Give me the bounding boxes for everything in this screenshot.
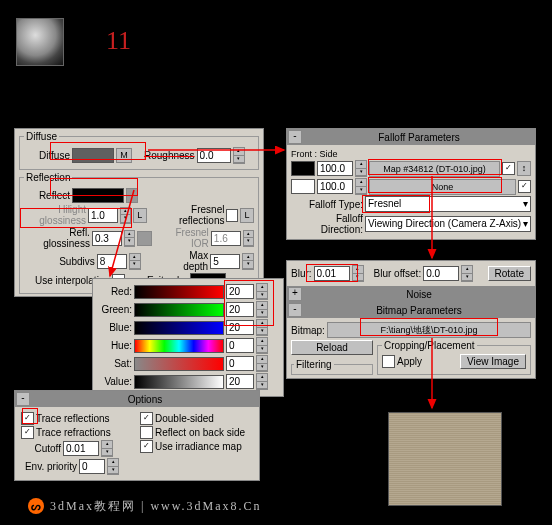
green-spin[interactable]: ▴▾	[256, 301, 268, 318]
blur-spin[interactable]: ▴▾	[352, 265, 364, 282]
noise-expand-button[interactable]: +	[288, 287, 302, 301]
sat-spin[interactable]: ▴▾	[256, 355, 268, 372]
value-input[interactable]	[226, 374, 254, 389]
hilight-gloss-spinner[interactable]: ▴▾	[120, 207, 131, 224]
fresnel-lock-button[interactable]: L	[240, 208, 254, 223]
trace-refr-checkbox[interactable]: ✓	[21, 426, 34, 439]
use-irradiance-label: Use irradiance map	[155, 441, 242, 452]
blue-slider[interactable]	[134, 321, 224, 335]
fresnel-refl-checkbox[interactable]	[226, 209, 237, 222]
bitmap-title: Bitmap Parameters	[304, 305, 534, 316]
slot2-spin[interactable]: ▴▾	[355, 178, 367, 195]
green-slider[interactable]	[134, 303, 224, 317]
value-spin[interactable]: ▴▾	[256, 373, 268, 390]
env-priority-spin[interactable]: ▴▾	[107, 458, 119, 475]
max-depth-spinner[interactable]: ▴▾	[242, 253, 254, 270]
rotate-button[interactable]: Rotate	[488, 266, 531, 281]
reflection-fieldset: Reflection Reflect Hilight glossiness ▴▾…	[19, 172, 259, 294]
env-priority-input[interactable]	[79, 459, 105, 474]
cutoff-spin[interactable]: ▴▾	[101, 440, 113, 457]
slot2-map-check[interactable]: ✓	[518, 180, 531, 193]
max-depth-input[interactable]	[210, 254, 240, 269]
use-irradiance-checkbox[interactable]: ✓	[140, 440, 153, 453]
swap-button[interactable]: ↕	[517, 161, 531, 176]
site-logo-icon: ᔕ	[28, 498, 44, 514]
sat-input[interactable]	[226, 356, 254, 371]
slot2-color[interactable]	[291, 179, 315, 194]
fresnel-refl-label: Fresnel reflections	[154, 204, 224, 226]
slot1-spin[interactable]: ▴▾	[355, 160, 367, 177]
diffuse-color-swatch[interactable]	[72, 148, 114, 163]
blur-offset-input[interactable]	[423, 266, 459, 281]
hue-input[interactable]	[226, 338, 254, 353]
color-picker-panel: Red:▴▾ Green:▴▾ Blue:▴▾ Hue:▴▾ Sat:▴▾ Va…	[92, 278, 284, 397]
red-input[interactable]	[226, 284, 254, 299]
options-header[interactable]: -Options	[15, 391, 259, 407]
hilight-gloss-input[interactable]	[88, 208, 118, 223]
diffuse-fieldset: Diffuse Diffuse M Roughness ▴▾	[19, 131, 259, 170]
reflection-legend: Reflection	[24, 172, 72, 183]
hilight-gloss-label: Hilight glossiness	[24, 204, 86, 226]
refl-gloss-input[interactable]	[92, 231, 122, 246]
refl-gloss-label: Refl. glossiness	[24, 227, 90, 249]
slot2-map-button[interactable]: None	[369, 179, 516, 195]
front-side-label: Front : Side	[291, 149, 338, 159]
apply-checkbox[interactable]	[382, 355, 395, 368]
trace-refl-checkbox[interactable]: ✓	[21, 412, 34, 425]
fresnel-ior-spinner: ▴▾	[243, 230, 254, 247]
options-collapse-button[interactable]: -	[16, 392, 30, 406]
refl-gloss-side-button[interactable]	[137, 231, 152, 246]
trace-refr-label: Trace refractions	[36, 427, 111, 438]
diffuse-label: Diffuse	[24, 150, 70, 161]
falloff-title: Falloff Parameters	[304, 132, 534, 143]
slot1-map-button[interactable]: Map #34812 (DT-010.jpg)	[369, 161, 500, 177]
noise-header[interactable]: +Noise	[287, 286, 535, 302]
view-image-button[interactable]: View Image	[460, 354, 526, 369]
bitmap-path-button[interactable]: F:\tiang\地毯\DT-010.jpg	[327, 322, 531, 338]
reflect-back-label: Reflect on back side	[155, 427, 245, 438]
falloff-collapse-button[interactable]: -	[288, 130, 302, 144]
slot1-amount[interactable]	[317, 161, 353, 176]
falloff-type-select[interactable]: Fresnel▾	[365, 196, 531, 212]
blue-input[interactable]	[226, 320, 254, 335]
green-input[interactable]	[226, 302, 254, 317]
blue-spin[interactable]: ▴▾	[256, 319, 268, 336]
blur-offset-spin[interactable]: ▴▾	[461, 265, 473, 282]
hilight-lock-button[interactable]: L	[133, 208, 147, 223]
slot2-amount[interactable]	[317, 179, 353, 194]
cutoff-label: Cutoff	[21, 443, 61, 454]
step-number: 11	[106, 26, 131, 56]
roughness-spinner[interactable]: ▴▾	[233, 147, 245, 164]
cutoff-input[interactable]	[63, 441, 99, 456]
reflect-back-checkbox[interactable]	[140, 426, 153, 439]
reload-button[interactable]: Reload	[291, 340, 373, 355]
slot1-map-check[interactable]: ✓	[502, 162, 515, 175]
double-sided-checkbox[interactable]: ✓	[140, 412, 153, 425]
falloff-panel: -Falloff Parameters Front : Side ▴▾ Map …	[286, 128, 536, 240]
diffuse-legend: Diffuse	[24, 131, 59, 142]
filtering-legend: Filtering	[294, 359, 334, 370]
hue-slider[interactable]	[134, 339, 224, 353]
hue-spin[interactable]: ▴▾	[256, 337, 268, 354]
subdivs-input[interactable]	[97, 254, 127, 269]
falloff-header[interactable]: -Falloff Parameters	[287, 129, 535, 145]
value-slider[interactable]	[134, 375, 224, 389]
reflect-label: Reflect	[24, 190, 70, 201]
diffuse-map-button[interactable]: M	[116, 148, 132, 163]
red-spin[interactable]: ▴▾	[256, 283, 268, 300]
blur-input[interactable]	[314, 266, 350, 281]
sat-slider[interactable]	[134, 357, 224, 371]
falloff-dir-select[interactable]: Viewing Direction (Camera Z-Axis)▾	[365, 216, 531, 232]
bitmap-header[interactable]: -Bitmap Parameters	[287, 302, 535, 318]
roughness-input[interactable]	[197, 148, 231, 163]
subdivs-spinner[interactable]: ▴▾	[129, 253, 141, 270]
bitmap-collapse-button[interactable]: -	[288, 303, 302, 317]
reflect-color-swatch[interactable]	[72, 188, 124, 203]
reflect-map-button[interactable]	[126, 188, 138, 203]
slot1-color[interactable]	[291, 161, 315, 176]
refl-gloss-spinner[interactable]: ▴▾	[124, 230, 135, 247]
red-slider[interactable]	[134, 285, 224, 299]
subdivs-label: Subdivs	[24, 256, 95, 267]
options-panel: -Options ✓Trace reflections ✓Trace refra…	[14, 390, 260, 481]
blur-label: Blur:	[291, 268, 312, 279]
